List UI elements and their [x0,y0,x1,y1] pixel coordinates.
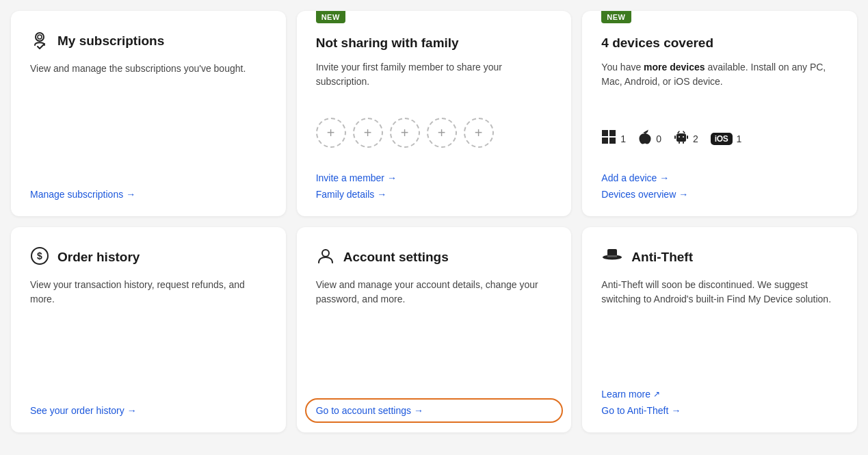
subscriptions-title: My subscriptions [57,34,164,49]
windows-device: 1 [601,129,626,148]
family-new-badge: NEW [316,11,345,23]
svg-point-14 [322,250,329,257]
svg-point-10 [679,136,680,138]
apple-count: 0 [656,133,661,144]
orders-title: Order history [57,250,140,265]
subscriptions-body: View and manage the subscriptions you've… [30,62,267,175]
family-links: Invite a member → Family details → [316,172,553,200]
android-icon [674,129,689,148]
devices-overview-link[interactable]: Devices overview → [601,189,838,200]
card-orders: $ Order history View your transaction hi… [11,227,286,432]
svg-rect-8 [674,135,676,139]
ios-device: iOS 1 [711,133,742,145]
antitheft-links: Learn more ↗ Go to Anti-Theft → [601,389,838,416]
windows-icon [601,129,616,148]
card-antitheft: Anti-Theft Anti-Theft will soon be disco… [582,227,857,432]
account-links: Go to account settings → [316,405,553,416]
account-title: Account settings [343,250,449,265]
svg-text:$: $ [37,250,42,261]
android-count: 2 [693,133,698,144]
goto-antitheft-link[interactable]: Go to Anti-Theft → [601,405,838,416]
learn-more-link[interactable]: Learn more ↗ [601,389,838,400]
order-history-link[interactable]: See your order history → [30,405,267,416]
svg-point-11 [683,136,684,138]
svg-rect-5 [609,138,616,144]
svg-rect-17 [607,255,617,257]
ios-count: 1 [737,133,742,144]
family-details-link[interactable]: Family details → [316,189,553,200]
account-icon [316,246,335,268]
manage-subscriptions-link[interactable]: Manage subscriptions → [30,189,267,200]
devices-body: You have more devices available. Install… [601,60,838,117]
devices-icons-row: 1 0 [601,129,838,148]
member-circle-4[interactable]: + [427,118,457,148]
antitheft-body: Anti-Theft will soon be discontinued. We… [601,278,838,375]
orders-body: View your transaction history, request r… [30,278,267,391]
member-circle-2[interactable]: + [353,118,383,148]
card-devices: NEW 4 devices covered You have more devi… [582,11,857,216]
devices-new-badge: NEW [601,11,631,23]
apple-icon [638,129,652,148]
svg-rect-7 [683,142,684,144]
member-circle-3[interactable]: + [390,118,420,148]
svg-rect-2 [602,130,608,136]
dashboard-grid: My subscriptions View and manage the sub… [11,11,857,432]
svg-rect-6 [679,142,680,144]
goto-account-settings-link[interactable]: Go to account settings → [316,405,553,416]
svg-rect-9 [687,135,688,139]
svg-point-1 [38,35,42,39]
account-body: View and manage your account details, ch… [316,278,553,391]
card-account: Account settings View and manage your ac… [297,227,572,432]
member-circle-5[interactable]: + [464,118,494,148]
add-device-link[interactable]: Add a device → [601,172,838,183]
subscriptions-icon [30,30,49,52]
member-circles: + + + + + [316,118,553,148]
family-body: Invite your first family member to share… [316,60,553,105]
antitheft-icon [601,246,623,268]
svg-rect-3 [609,130,616,136]
windows-count: 1 [620,133,626,144]
android-device: 2 [674,129,698,148]
ios-icon: iOS [711,133,733,145]
card-subscriptions: My subscriptions View and manage the sub… [11,11,286,216]
subscriptions-links: Manage subscriptions → [30,189,267,200]
antitheft-title: Anti-Theft [631,250,693,265]
card-family: NEW Not sharing with family Invite your … [297,11,572,216]
member-circle-1[interactable]: + [316,118,346,148]
invite-member-link[interactable]: Invite a member → [316,172,553,183]
svg-point-0 [36,33,44,41]
devices-links: Add a device → Devices overview → [601,172,838,200]
apple-device: 0 [638,129,661,148]
orders-links: See your order history → [30,405,267,416]
devices-title: 4 devices covered [601,36,713,51]
svg-rect-4 [602,138,608,144]
orders-icon: $ [30,246,49,268]
family-title: Not sharing with family [316,36,459,51]
